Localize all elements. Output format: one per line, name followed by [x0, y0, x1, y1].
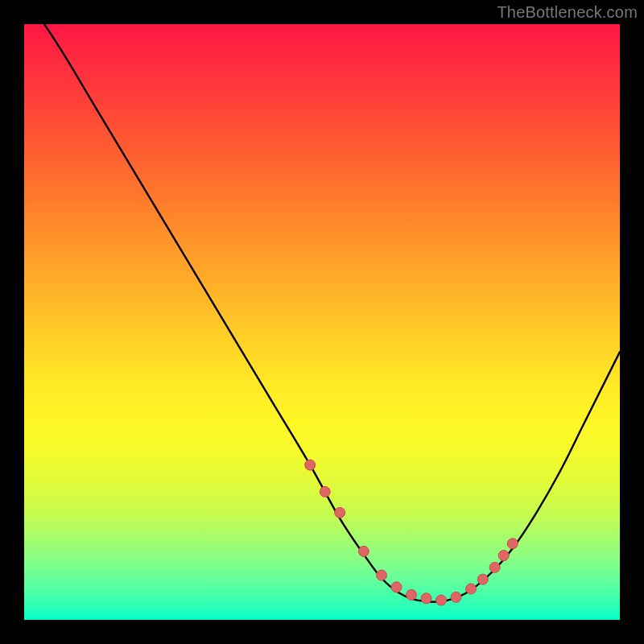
highlight-dot — [421, 593, 431, 604]
highlight-dot — [407, 589, 417, 600]
highlight-dots — [305, 460, 518, 605]
curve-svg — [24, 24, 620, 620]
watermark-text: TheBottleneck.com — [497, 3, 638, 22]
highlight-dot — [489, 562, 500, 572]
highlight-dot — [451, 592, 461, 602]
highlight-dot — [320, 486, 330, 497]
highlight-dot — [477, 574, 488, 584]
highlight-dot — [466, 584, 477, 594]
highlight-dot — [377, 570, 387, 580]
bottleneck-curve — [24, 24, 620, 602]
highlight-dot — [305, 460, 316, 470]
highlight-dot — [391, 582, 402, 592]
highlight-dot — [507, 539, 518, 549]
chart-frame: TheBottleneck.com — [0, 0, 644, 644]
highlight-dot — [358, 546, 369, 556]
plot-area — [24, 24, 620, 620]
highlight-dot — [498, 551, 509, 561]
highlight-dot — [436, 595, 447, 605]
highlight-dot — [335, 507, 345, 518]
